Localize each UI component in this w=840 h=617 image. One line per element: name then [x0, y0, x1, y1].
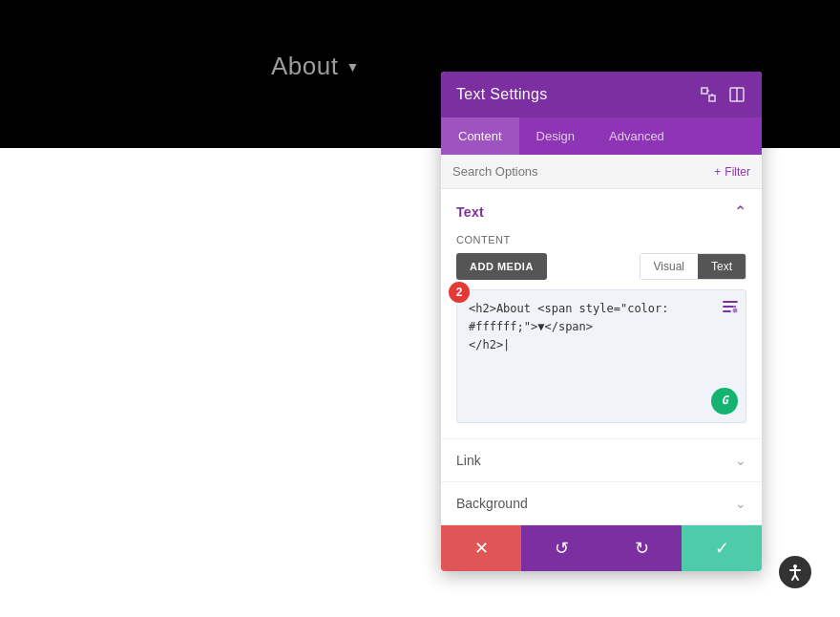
tab-advanced[interactable]: Advanced — [592, 117, 682, 155]
filter-plus-icon: + — [714, 165, 721, 179]
grammarly-icon[interactable]: G — [711, 388, 738, 415]
redo-button[interactable]: ↻ — [601, 525, 682, 571]
cancel-button[interactable]: ✕ — [441, 525, 521, 571]
svg-point-6 — [733, 308, 738, 313]
panel-content: Text ⌃ Content ADD MEDIA Visual Text 2 <… — [441, 189, 762, 525]
svg-rect-1 — [709, 96, 715, 101]
link-section-title: Link — [456, 453, 481, 468]
link-section-header[interactable]: Link ⌄ — [441, 439, 762, 481]
text-toggle-button[interactable]: Text — [698, 254, 746, 279]
add-media-button[interactable]: ADD MEDIA — [456, 253, 547, 280]
panel-header-icons — [699, 85, 746, 104]
text-editor-wrapper: 2 <h2>About <span style="color: #ffffff;… — [456, 289, 746, 423]
undo-button[interactable]: ↺ — [521, 525, 601, 571]
background-section-title: Background — [456, 496, 528, 511]
format-icon[interactable] — [723, 298, 738, 319]
svg-rect-0 — [702, 88, 707, 94]
tab-design[interactable]: Design — [519, 117, 592, 155]
text-section-title: Text — [456, 204, 484, 220]
confirm-button[interactable]: ✓ — [682, 525, 762, 571]
search-input[interactable] — [452, 164, 714, 179]
editor-button-row: ADD MEDIA Visual Text — [456, 253, 746, 280]
tab-content[interactable]: Content — [441, 117, 519, 155]
accessibility-icon[interactable] — [779, 556, 811, 588]
layout-icon[interactable] — [727, 85, 746, 104]
editor-content-line1: <h2>About <span style="color: #ffffff;">… — [469, 302, 669, 333]
background-section-header[interactable]: Background ⌄ — [441, 482, 762, 524]
panel-title: Text Settings — [456, 86, 548, 103]
text-section-header[interactable]: Text ⌃ — [441, 189, 762, 234]
editor-content-line2: </h2>| — [469, 338, 510, 351]
settings-panel: Text Settings Content Design Advanced — [441, 72, 762, 571]
filter-button[interactable]: + Filter — [714, 165, 750, 179]
text-section-chevron: ⌃ — [734, 202, 746, 221]
expand-icon[interactable] — [699, 85, 718, 104]
text-editor[interactable]: <h2>About <span style="color: #ffffff;">… — [456, 289, 746, 423]
background-chevron: ⌄ — [735, 496, 746, 511]
link-section: Link ⌄ — [441, 439, 762, 482]
svg-line-12 — [795, 575, 798, 580]
filter-label: Filter — [724, 165, 750, 179]
tabs-bar: Content Design Advanced — [441, 117, 762, 155]
visual-text-toggle: Visual Text — [640, 253, 746, 280]
content-label: Content — [456, 234, 746, 245]
link-chevron: ⌄ — [735, 453, 746, 468]
about-label: About — [271, 52, 338, 81]
visual-toggle-button[interactable]: Visual — [640, 254, 698, 279]
text-section: Text ⌃ Content ADD MEDIA Visual Text 2 <… — [441, 189, 762, 439]
panel-header: Text Settings — [441, 72, 762, 117]
background-section: Background ⌄ — [441, 482, 762, 525]
about-dropdown-arrow[interactable]: ▼ — [346, 59, 359, 74]
badge-2: 2 — [449, 282, 470, 303]
text-section-body: Content ADD MEDIA Visual Text 2 <h2>Abou… — [441, 234, 762, 438]
action-bar: ✕ ↺ ↻ ✓ — [441, 525, 762, 571]
search-bar: + Filter — [441, 155, 762, 189]
about-text: About ▼ — [271, 52, 360, 81]
